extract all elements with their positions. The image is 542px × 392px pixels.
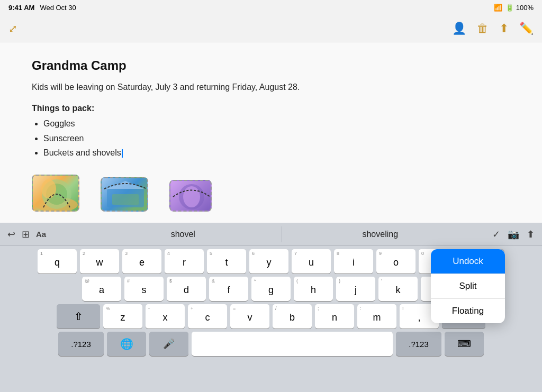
key-f[interactable]: &f: [209, 277, 248, 301]
text-format-icon[interactable]: Aa: [36, 230, 46, 239]
undo-icon[interactable]: ↩: [7, 229, 15, 240]
key-t[interactable]: 5t: [207, 249, 246, 274]
key-q[interactable]: 1q: [38, 249, 77, 274]
key-globe[interactable]: 🌐: [107, 332, 146, 356]
status-date: Wed Oct 30: [40, 4, 76, 12]
keyboard-bottom-row: .?123 🌐 🎤 .?123 ⌨: [0, 330, 542, 358]
svg-rect-6: [112, 194, 139, 205]
note-intro: Kids will be leaving on Saturday, July 3…: [32, 80, 510, 94]
key-g[interactable]: *g: [251, 277, 291, 301]
key-i[interactable]: 8i: [334, 249, 373, 274]
text-cursor: [122, 149, 123, 158]
collaborate-icon[interactable]: 👤: [452, 22, 466, 35]
key-r[interactable]: 4r: [165, 249, 204, 274]
compose-icon[interactable]: ✏️: [519, 22, 534, 35]
key-y[interactable]: 6y: [249, 249, 288, 274]
suggestion-shovel[interactable]: shovel: [85, 226, 282, 242]
key-h[interactable]: (h: [294, 277, 333, 301]
note-list: Goggles Sunscreen Buckets and shovels: [32, 117, 510, 160]
key-a[interactable]: @a: [82, 277, 121, 301]
trash-icon[interactable]: 🗑: [477, 22, 489, 35]
note-section-title: Things to pack:: [32, 102, 510, 115]
toolbar: ⤢ 👤 🗑 ⬆ ✏️: [0, 15, 542, 42]
battery-icon: 🔋 100%: [505, 4, 534, 12]
keyboard-popup-menu: Undock Split Floating: [431, 249, 505, 323]
svg-point-3: [41, 179, 56, 198]
key-x[interactable]: -x: [146, 304, 185, 329]
sketch-image-2: [101, 177, 148, 212]
key-e[interactable]: 3e: [122, 249, 161, 274]
popup-split[interactable]: Split: [431, 274, 505, 299]
key-s[interactable]: #s: [124, 277, 164, 301]
key-space[interactable]: [192, 332, 393, 356]
autocomplete-right-controls: ✓ 📷 ⬆: [478, 229, 542, 240]
key-microphone[interactable]: 🎤: [149, 332, 188, 356]
svg-marker-5: [107, 181, 144, 189]
popup-undock[interactable]: Undock: [431, 249, 505, 274]
autocomplete-left-controls: ↩ ⊞ Aa: [0, 229, 85, 240]
key-numbers[interactable]: .?123: [58, 332, 104, 356]
popup-floating[interactable]: Floating: [431, 299, 505, 323]
grid-icon[interactable]: ⊞: [22, 229, 30, 240]
key-d[interactable]: $d: [167, 277, 206, 301]
confirm-icon[interactable]: ✓: [492, 229, 500, 240]
key-c[interactable]: +c: [188, 304, 227, 329]
wifi-icon: 📶: [494, 4, 502, 12]
list-item: Goggles: [43, 117, 510, 131]
list-item: Sunscreen: [43, 132, 510, 145]
key-j[interactable]: )j: [336, 277, 375, 301]
image-strip: [0, 175, 542, 212]
key-keyboard-dismiss[interactable]: ⌨: [445, 332, 484, 356]
key-u[interactable]: 7u: [292, 249, 331, 274]
svg-point-8: [183, 186, 200, 207]
key-o[interactable]: 9o: [376, 249, 415, 274]
share-icon[interactable]: ⬆: [499, 22, 509, 35]
collapse-icon[interactable]: ⤢: [8, 22, 17, 35]
key-v[interactable]: =v: [230, 304, 269, 329]
note-body: Kids will be leaving on Saturday, July 3…: [32, 80, 510, 160]
autocomplete-suggestions: shovel shoveling: [85, 226, 478, 242]
camera-icon[interactable]: 📷: [508, 229, 519, 240]
key-n[interactable]: ;n: [315, 304, 354, 329]
autocomplete-bar: ↩ ⊞ Aa shovel shoveling ✓ 📷 ⬆: [0, 223, 542, 246]
key-k[interactable]: 'k: [378, 277, 418, 301]
key-shift[interactable]: ⇧: [57, 304, 100, 329]
sketch-image-3: [169, 180, 212, 212]
key-m[interactable]: :m: [357, 304, 396, 329]
dictation-send-icon[interactable]: ⬆: [527, 229, 535, 240]
status-bar: 9:41 AM Wed Oct 30 📶 🔋 100%: [0, 0, 542, 15]
suggestion-shoveling[interactable]: shoveling: [282, 226, 479, 242]
sketch-image-1: [32, 175, 79, 212]
key-b[interactable]: /b: [273, 304, 312, 329]
key-w[interactable]: 2w: [80, 249, 119, 274]
key-numbers-right[interactable]: .?123: [396, 332, 441, 356]
key-z[interactable]: %z: [103, 304, 142, 329]
note-title: Grandma Camp: [32, 58, 510, 73]
list-item: Buckets and shovels: [43, 146, 510, 160]
status-icons: 📶 🔋 100%: [494, 4, 534, 12]
status-time: 9:41 AM: [8, 4, 34, 12]
